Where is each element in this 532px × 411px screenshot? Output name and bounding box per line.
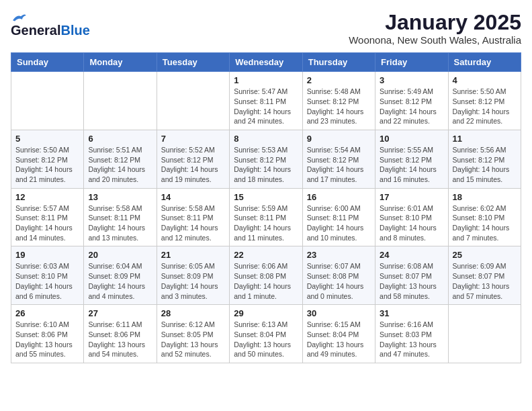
day-number: 10	[380, 134, 443, 144]
day-info: Sunrise: 6:06 AM Sunset: 8:08 PM Dayligh…	[234, 261, 298, 301]
column-header-monday: Monday	[84, 53, 157, 72]
calendar-cell: 6Sunrise: 5:51 AM Sunset: 8:12 PM Daylig…	[84, 130, 157, 188]
calendar-cell	[84, 72, 157, 130]
calendar-cell: 10Sunrise: 5:55 AM Sunset: 8:12 PM Dayli…	[375, 130, 448, 188]
day-number: 20	[88, 250, 152, 260]
day-info: Sunrise: 6:01 AM Sunset: 8:10 PM Dayligh…	[380, 203, 443, 243]
day-number: 30	[307, 308, 371, 318]
calendar-cell: 17Sunrise: 6:01 AM Sunset: 8:10 PM Dayli…	[375, 188, 448, 246]
calendar-cell: 5Sunrise: 5:50 AM Sunset: 8:12 PM Daylig…	[11, 130, 84, 188]
day-info: Sunrise: 5:52 AM Sunset: 8:12 PM Dayligh…	[161, 145, 225, 185]
day-info: Sunrise: 5:51 AM Sunset: 8:12 PM Dayligh…	[88, 145, 152, 185]
calendar-week-row: 1Sunrise: 5:47 AM Sunset: 8:11 PM Daylig…	[11, 72, 521, 130]
day-info: Sunrise: 6:11 AM Sunset: 8:06 PM Dayligh…	[88, 320, 152, 359]
day-info: Sunrise: 5:53 AM Sunset: 8:12 PM Dayligh…	[234, 145, 298, 185]
day-number: 15	[234, 192, 298, 202]
day-info: Sunrise: 6:00 AM Sunset: 8:11 PM Dayligh…	[307, 203, 371, 243]
calendar-cell: 31Sunrise: 6:16 AM Sunset: 8:03 PM Dayli…	[375, 305, 448, 363]
day-number: 11	[453, 134, 517, 144]
day-info: Sunrise: 6:04 AM Sunset: 8:09 PM Dayligh…	[88, 261, 152, 301]
title-block: January 2025 Woonona, New South Wales, A…	[349, 11, 521, 46]
calendar-cell: 16Sunrise: 6:00 AM Sunset: 8:11 PM Dayli…	[302, 188, 375, 246]
day-info: Sunrise: 6:16 AM Sunset: 8:03 PM Dayligh…	[380, 320, 443, 359]
calendar-cell	[11, 72, 84, 130]
calendar-cell: 8Sunrise: 5:53 AM Sunset: 8:12 PM Daylig…	[230, 130, 302, 188]
day-info: Sunrise: 5:56 AM Sunset: 8:12 PM Dayligh…	[453, 145, 517, 185]
calendar-subtitle: Woonona, New South Wales, Australia	[349, 34, 521, 46]
day-info: Sunrise: 5:57 AM Sunset: 8:11 PM Dayligh…	[15, 203, 79, 243]
calendar-cell: 18Sunrise: 6:02 AM Sunset: 8:10 PM Dayli…	[448, 188, 521, 246]
calendar-cell: 9Sunrise: 5:54 AM Sunset: 8:12 PM Daylig…	[302, 130, 375, 188]
day-number: 19	[15, 250, 79, 260]
calendar-cell: 23Sunrise: 6:07 AM Sunset: 8:08 PM Dayli…	[302, 246, 375, 305]
day-number: 18	[453, 192, 517, 202]
day-number: 2	[307, 75, 371, 85]
calendar-week-row: 19Sunrise: 6:03 AM Sunset: 8:10 PM Dayli…	[11, 246, 521, 305]
calendar-cell: 7Sunrise: 5:52 AM Sunset: 8:12 PM Daylig…	[157, 130, 229, 188]
day-number: 14	[161, 192, 225, 202]
day-info: Sunrise: 6:05 AM Sunset: 8:09 PM Dayligh…	[161, 261, 225, 301]
calendar-header-row: SundayMondayTuesdayWednesdayThursdayFrid…	[11, 53, 521, 72]
logo: General Blue	[11, 11, 90, 38]
calendar-cell: 22Sunrise: 6:06 AM Sunset: 8:08 PM Dayli…	[230, 246, 302, 305]
calendar-title: January 2025	[349, 11, 521, 34]
day-number: 8	[234, 134, 298, 144]
column-header-wednesday: Wednesday	[230, 53, 302, 72]
logo-bird-icon	[11, 12, 27, 23]
day-number: 29	[234, 308, 298, 318]
calendar-cell: 2Sunrise: 5:48 AM Sunset: 8:12 PM Daylig…	[302, 72, 375, 130]
calendar-cell: 12Sunrise: 5:57 AM Sunset: 8:11 PM Dayli…	[11, 188, 84, 246]
day-info: Sunrise: 5:58 AM Sunset: 8:11 PM Dayligh…	[161, 203, 225, 243]
day-info: Sunrise: 6:12 AM Sunset: 8:05 PM Dayligh…	[161, 320, 225, 359]
day-info: Sunrise: 5:50 AM Sunset: 8:12 PM Dayligh…	[453, 87, 517, 126]
column-header-saturday: Saturday	[448, 53, 521, 72]
calendar-cell: 11Sunrise: 5:56 AM Sunset: 8:12 PM Dayli…	[448, 130, 521, 188]
day-info: Sunrise: 5:47 AM Sunset: 8:11 PM Dayligh…	[234, 87, 298, 126]
day-info: Sunrise: 6:07 AM Sunset: 8:08 PM Dayligh…	[307, 261, 371, 301]
logo-blue-text: Blue	[60, 23, 89, 38]
calendar-cell: 15Sunrise: 5:59 AM Sunset: 8:11 PM Dayli…	[230, 188, 302, 246]
day-number: 16	[307, 192, 371, 202]
calendar-cell: 26Sunrise: 6:10 AM Sunset: 8:06 PM Dayli…	[11, 305, 84, 363]
day-info: Sunrise: 5:58 AM Sunset: 8:11 PM Dayligh…	[88, 203, 152, 243]
calendar-table: SundayMondayTuesdayWednesdayThursdayFrid…	[11, 52, 521, 363]
column-header-thursday: Thursday	[302, 53, 375, 72]
calendar-cell: 29Sunrise: 6:13 AM Sunset: 8:04 PM Dayli…	[230, 305, 302, 363]
logo-general-text: General	[11, 23, 60, 38]
day-number: 1	[234, 75, 298, 85]
day-number: 21	[161, 250, 225, 260]
day-info: Sunrise: 6:13 AM Sunset: 8:04 PM Dayligh…	[234, 320, 298, 359]
calendar-cell: 21Sunrise: 6:05 AM Sunset: 8:09 PM Dayli…	[157, 246, 229, 305]
day-info: Sunrise: 6:08 AM Sunset: 8:07 PM Dayligh…	[380, 261, 443, 301]
day-number: 31	[380, 308, 443, 318]
day-info: Sunrise: 5:50 AM Sunset: 8:12 PM Dayligh…	[15, 145, 79, 185]
day-number: 23	[307, 250, 371, 260]
day-number: 25	[453, 250, 517, 260]
day-number: 28	[161, 308, 225, 318]
column-header-sunday: Sunday	[11, 53, 84, 72]
day-info: Sunrise: 5:54 AM Sunset: 8:12 PM Dayligh…	[307, 145, 371, 185]
day-number: 6	[88, 134, 152, 144]
calendar-cell	[157, 72, 229, 130]
day-info: Sunrise: 5:59 AM Sunset: 8:11 PM Dayligh…	[234, 203, 298, 243]
day-info: Sunrise: 6:10 AM Sunset: 8:06 PM Dayligh…	[15, 320, 79, 359]
day-info: Sunrise: 6:02 AM Sunset: 8:10 PM Dayligh…	[453, 203, 517, 243]
day-number: 9	[307, 134, 371, 144]
day-number: 13	[88, 192, 152, 202]
calendar-week-row: 26Sunrise: 6:10 AM Sunset: 8:06 PM Dayli…	[11, 305, 521, 363]
day-number: 7	[161, 134, 225, 144]
calendar-week-row: 5Sunrise: 5:50 AM Sunset: 8:12 PM Daylig…	[11, 130, 521, 188]
calendar-cell: 3Sunrise: 5:49 AM Sunset: 8:12 PM Daylig…	[375, 72, 448, 130]
calendar-cell	[448, 305, 521, 363]
calendar-cell: 20Sunrise: 6:04 AM Sunset: 8:09 PM Dayli…	[84, 246, 157, 305]
calendar-cell: 25Sunrise: 6:09 AM Sunset: 8:07 PM Dayli…	[448, 246, 521, 305]
day-info: Sunrise: 6:03 AM Sunset: 8:10 PM Dayligh…	[15, 261, 79, 301]
column-header-friday: Friday	[375, 53, 448, 72]
day-number: 4	[453, 75, 517, 85]
calendar-cell: 19Sunrise: 6:03 AM Sunset: 8:10 PM Dayli…	[11, 246, 84, 305]
calendar-cell: 27Sunrise: 6:11 AM Sunset: 8:06 PM Dayli…	[84, 305, 157, 363]
page-header: General Blue January 2025 Woonona, New S…	[11, 11, 521, 46]
calendar-cell: 14Sunrise: 5:58 AM Sunset: 8:11 PM Dayli…	[157, 188, 229, 246]
calendar-cell: 13Sunrise: 5:58 AM Sunset: 8:11 PM Dayli…	[84, 188, 157, 246]
day-number: 27	[88, 308, 152, 318]
